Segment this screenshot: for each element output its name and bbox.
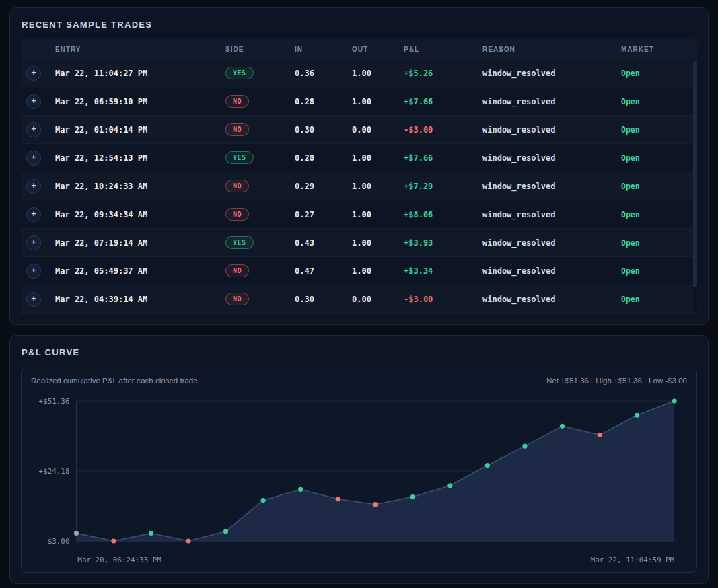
table-row: + Mar 22, 05:49:37 AM NO 0.47 1.00 +$3.3…: [21, 257, 697, 285]
pnl-panel-title: P&L CURVE: [22, 347, 696, 357]
chart-point[interactable]: [74, 531, 79, 536]
trade-out: 1.00: [352, 69, 404, 78]
side-badge: NO: [225, 264, 249, 277]
trades-table: ENTRY SIDE IN OUT P&L REASON MARKET + Ma…: [21, 39, 697, 314]
trade-entry: Mar 22, 06:59:10 PM: [55, 97, 225, 106]
market-link[interactable]: Open: [621, 295, 640, 304]
table-scrollbar[interactable]: [693, 61, 697, 312]
table-row: + Mar 22, 01:04:14 PM NO 0.30 0.00 -$3.0…: [21, 116, 697, 144]
trade-in: 0.36: [295, 69, 352, 78]
trade-entry: Mar 22, 11:04:27 PM: [55, 69, 225, 78]
side-badge: NO: [225, 123, 249, 136]
pnl-chart-svg: +$51.36+$24.18-$3.00Mar 20, 06:24:33 PMM…: [31, 392, 687, 568]
chart-point[interactable]: [298, 487, 303, 492]
expand-row-button[interactable]: +: [26, 292, 41, 307]
x-axis-end-label: Mar 22, 11:04:59 PM: [591, 556, 675, 564]
chart-point[interactable]: [485, 463, 490, 468]
side-badge: NO: [225, 208, 249, 221]
market-link[interactable]: Open: [621, 125, 640, 135]
trade-in: 0.47: [295, 266, 352, 276]
trade-entry: Mar 22, 07:19:14 AM: [55, 238, 225, 248]
trade-pnl: -$3.00: [404, 295, 482, 304]
trade-in: 0.28: [295, 97, 352, 106]
table-row: + Mar 22, 06:59:10 PM NO 0.28 1.00 +$7.6…: [21, 87, 697, 116]
market-link[interactable]: Open: [621, 238, 640, 248]
chart-subtitle: Realized cumulative P&L after each close…: [31, 377, 200, 385]
table-row: + Mar 22, 09:34:34 AM NO 0.27 1.00 +$8.0…: [21, 200, 697, 229]
chart-point[interactable]: [635, 413, 639, 418]
col-pnl: P&L: [404, 46, 482, 53]
expand-row-button[interactable]: +: [26, 179, 41, 194]
trade-entry: Mar 22, 12:54:13 PM: [55, 153, 225, 163]
chart-point[interactable]: [598, 433, 602, 437]
chart-point[interactable]: [149, 531, 153, 536]
expand-row-button[interactable]: +: [26, 207, 41, 222]
trade-pnl: +$3.34: [404, 266, 482, 276]
side-badge: NO: [225, 293, 249, 305]
expand-row-button[interactable]: +: [26, 66, 41, 81]
market-link[interactable]: Open: [621, 69, 640, 78]
trade-in: 0.29: [295, 182, 352, 191]
pnl-curve-panel: P&L CURVE Realized cumulative P&L after …: [9, 335, 709, 584]
market-link[interactable]: Open: [621, 266, 640, 276]
table-row: + Mar 22, 12:54:13 PM YES 0.28 1.00 +$7.…: [21, 144, 697, 172]
trade-reason: window_resolved: [482, 125, 621, 135]
expand-row-button[interactable]: +: [26, 235, 41, 250]
table-row: + Mar 22, 04:39:14 AM NO 0.30 0.00 -$3.0…: [21, 285, 697, 314]
trade-reason: window_resolved: [482, 266, 621, 276]
recent-trades-panel: RECENT SAMPLE TRADES ENTRY SIDE IN OUT P…: [9, 7, 709, 325]
pnl-chart-card: Realized cumulative P&L after each close…: [21, 367, 697, 573]
col-entry: ENTRY: [55, 46, 225, 53]
chart-point[interactable]: [261, 498, 266, 503]
market-link[interactable]: Open: [621, 97, 640, 106]
trade-out: 1.00: [352, 266, 404, 276]
trade-entry: Mar 22, 04:39:14 AM: [55, 295, 225, 304]
chart-point[interactable]: [336, 497, 340, 501]
trade-reason: window_resolved: [482, 210, 621, 219]
trade-out: 1.00: [352, 182, 404, 191]
chart-point[interactable]: [560, 424, 565, 429]
y-tick-label: +$51.36: [39, 397, 70, 406]
chart-point[interactable]: [186, 538, 190, 543]
trade-reason: window_resolved: [482, 295, 621, 304]
col-out: OUT: [352, 46, 404, 53]
page: RECENT SAMPLE TRADES ENTRY SIDE IN OUT P…: [0, 0, 718, 588]
table-scrollbar-thumb[interactable]: [693, 61, 697, 287]
expand-row-button[interactable]: +: [26, 94, 41, 109]
trade-in: 0.30: [295, 125, 352, 135]
trade-reason: window_resolved: [482, 182, 621, 191]
col-reason: REASON: [482, 46, 621, 53]
expand-row-button[interactable]: +: [26, 264, 41, 279]
side-badge: NO: [225, 180, 249, 192]
trade-entry: Mar 22, 09:34:34 AM: [55, 210, 225, 219]
side-badge: NO: [225, 95, 249, 108]
trade-entry: Mar 22, 10:24:33 AM: [55, 182, 225, 191]
side-badge: YES: [225, 151, 254, 164]
chart-point[interactable]: [522, 444, 527, 449]
trade-entry: Mar 22, 05:49:37 AM: [55, 266, 225, 276]
trades-panel-title: RECENT SAMPLE TRADES: [22, 20, 696, 30]
col-side: SIDE: [225, 46, 295, 53]
pnl-chart: +$51.36+$24.18-$3.00Mar 20, 06:24:33 PMM…: [31, 392, 687, 568]
chart-point[interactable]: [410, 494, 415, 499]
chart-point[interactable]: [111, 538, 116, 543]
chart-point[interactable]: [223, 529, 228, 534]
market-link[interactable]: Open: [621, 182, 640, 191]
market-link[interactable]: Open: [621, 153, 640, 163]
market-link[interactable]: Open: [621, 210, 640, 219]
chart-point[interactable]: [672, 398, 677, 403]
trade-pnl: +$3.93: [404, 238, 482, 248]
trade-pnl: +$7.29: [404, 182, 482, 191]
chart-point[interactable]: [447, 483, 452, 488]
y-tick-label: +$24.18: [39, 467, 70, 476]
trade-in: 0.43: [295, 238, 352, 248]
chart-point[interactable]: [373, 502, 378, 507]
expand-row-button[interactable]: +: [26, 151, 41, 166]
trade-pnl: +$8.06: [404, 210, 482, 219]
chart-stats: Net +$51.36 · High +$51.36 · Low -$3.00: [546, 377, 687, 385]
table-row: + Mar 22, 11:04:27 PM YES 0.36 1.00 +$5.…: [21, 59, 697, 87]
table-row: + Mar 22, 10:24:33 AM NO 0.29 1.00 +$7.2…: [21, 172, 697, 200]
expand-row-button[interactable]: +: [26, 122, 41, 137]
trade-reason: window_resolved: [482, 238, 621, 248]
trade-in: 0.28: [295, 153, 352, 163]
